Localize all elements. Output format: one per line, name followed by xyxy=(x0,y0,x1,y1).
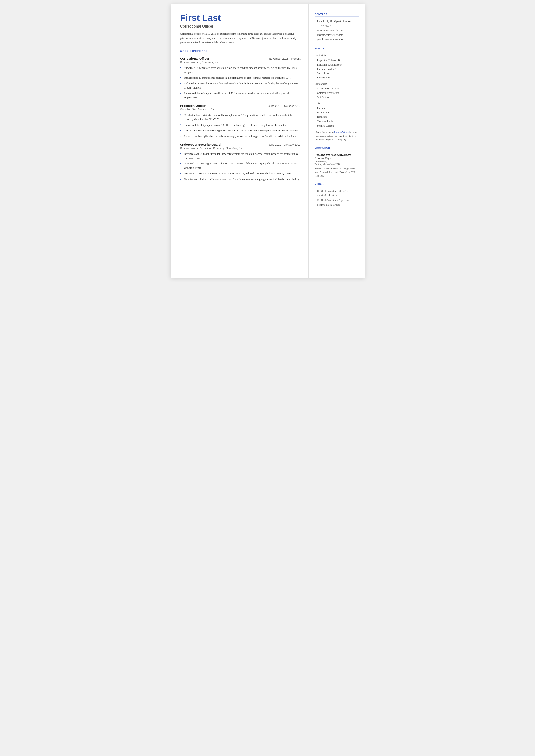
list-item: Certified Corrections Supervisor xyxy=(315,199,358,202)
list-item: Handcuffs xyxy=(315,115,358,119)
list-item: Certified Corrections Manager. xyxy=(315,189,358,193)
hard-skills-label: Hard Skills: xyxy=(315,54,358,57)
list-item: Conducted home visits to monitor the com… xyxy=(180,113,300,122)
job-3-header: Undercover Security Guard June 2010 – Ja… xyxy=(180,143,300,146)
contact-heading: CONTACT xyxy=(315,13,358,16)
job-1-title: Correctional Officer xyxy=(180,57,210,60)
skills-heading: SKILLS xyxy=(315,47,358,51)
other-list: Certified Corrections Manager. Certified… xyxy=(315,189,358,206)
list-item: email@resumeworded.com xyxy=(315,29,358,32)
list-item: Firearm xyxy=(315,106,358,110)
edu-location: Boston, MA — May 2010 xyxy=(315,163,358,165)
job-2-title: Probation Officer xyxy=(180,104,206,107)
tools-label: Tools: xyxy=(315,102,358,105)
list-item: Partnered with neighborhood members to s… xyxy=(180,134,300,138)
list-item: github.com/resumeworded xyxy=(315,38,358,41)
list-item: Detained over 780 shoplifters until law … xyxy=(180,152,300,160)
resume-page: First Last Correctional Officer Correcti… xyxy=(171,4,365,278)
list-item: Little Rock, AR (Open to Remote) xyxy=(315,20,358,23)
candidate-name: First Last xyxy=(180,13,300,23)
edu-field: Criminology xyxy=(315,160,358,163)
edu-awards: Awards: Resume Worded Teaching Fellow (o… xyxy=(315,167,358,178)
resume-worded-link[interactable]: Resume Worded xyxy=(334,131,350,133)
skills-note: • Don't forget to use Resume Worded to s… xyxy=(315,130,358,141)
list-item: Implemented 17 institutional policies in… xyxy=(180,76,300,80)
tools-list: Firearm Body Armor Handcuffs Two-way Rad… xyxy=(315,106,358,127)
education-heading: EDUCATION xyxy=(315,147,358,150)
list-item: Enforced 95% compliance with thorough se… xyxy=(180,81,300,90)
list-item: Two-way Radio xyxy=(315,120,358,123)
edu-school: Resume Worded University xyxy=(315,153,358,156)
job-3-bullets: Detained over 780 shoplifters until law … xyxy=(180,152,300,182)
job-3-company: Resume Worded's Exciting Company, New Yo… xyxy=(180,147,300,150)
list-item: Surveillance xyxy=(315,71,358,75)
list-item: Monitored 11 security cameras covering t… xyxy=(180,172,300,176)
job-1-company: Resume Worded, New York, NY xyxy=(180,61,300,64)
left-column: First Last Correctional Officer Correcti… xyxy=(171,4,309,278)
job-2-bullets: Conducted home visits to monitor the com… xyxy=(180,113,300,139)
job-2: Probation Officer June 2013 – October 20… xyxy=(180,104,300,139)
job-1-bullets: Surveilled 28 dangerous areas within the… xyxy=(180,66,300,100)
job-1-dates: November 2015 – Present xyxy=(269,57,300,60)
job-3: Undercover Security Guard June 2010 – Ja… xyxy=(180,143,300,182)
list-item: Observed the shopping activities of 1.3K… xyxy=(180,162,300,170)
list-item: Patrolling (Experienced) xyxy=(315,63,358,66)
techniques-list: Correctional Treatment Criminal Investig… xyxy=(315,87,358,99)
edu-degree: Associate Degree xyxy=(315,157,358,160)
list-item: Supervised the daily operations of 14 of… xyxy=(180,123,300,127)
list-item: Criminal Investigation xyxy=(315,91,358,95)
list-item: Surveilled 28 dangerous areas within the… xyxy=(180,66,300,74)
work-experience-heading: WORK EXPERIENCE xyxy=(180,50,300,53)
list-item: Security Threat Groups xyxy=(315,203,358,207)
list-item: Interrogation xyxy=(315,76,358,79)
list-item: +1-234-456-789 xyxy=(315,24,358,28)
job-1: Correctional Officer November 2015 – Pre… xyxy=(180,57,300,100)
candidate-job-title: Correctional Officer xyxy=(180,24,300,29)
list-item: Supervised the training and certificatio… xyxy=(180,91,300,100)
other-heading: OTHER xyxy=(315,182,358,186)
list-item: Created an individualized reintegration … xyxy=(180,129,300,133)
job-2-header: Probation Officer June 2013 – October 20… xyxy=(180,104,300,107)
list-item: Certified Jail Officer. xyxy=(315,194,358,197)
list-item: Self Defense xyxy=(315,96,358,99)
job-2-company: Growthsi, San Francisco, CA xyxy=(180,108,300,111)
right-column: CONTACT Little Rock, AR (Open to Remote)… xyxy=(309,4,365,278)
job-1-header: Correctional Officer November 2015 – Pre… xyxy=(180,57,300,60)
list-item: Body Armor xyxy=(315,111,358,114)
candidate-summary: Correctional officer with 10 years of ex… xyxy=(180,32,300,44)
job-3-dates: June 2010 – January 2013 xyxy=(268,143,300,146)
techniques-label: Techniques: xyxy=(315,82,358,86)
job-2-dates: June 2013 – October 2015 xyxy=(268,104,300,107)
list-item: Security Camera xyxy=(315,124,358,127)
list-item: Inspection (Advanced) xyxy=(315,58,358,62)
list-item: Firearms Handling xyxy=(315,67,358,71)
job-3-title: Undercover Security Guard xyxy=(180,143,221,146)
hard-skills-list: Inspection (Advanced) Patrolling (Experi… xyxy=(315,58,358,79)
list-item: Correctional Treatment xyxy=(315,87,358,90)
list-item: linkedin.com/in/username xyxy=(315,33,358,37)
contact-list: Little Rock, AR (Open to Remote) +1-234-… xyxy=(315,20,358,41)
list-item: Detected and blocked traffic routes used… xyxy=(180,177,300,182)
